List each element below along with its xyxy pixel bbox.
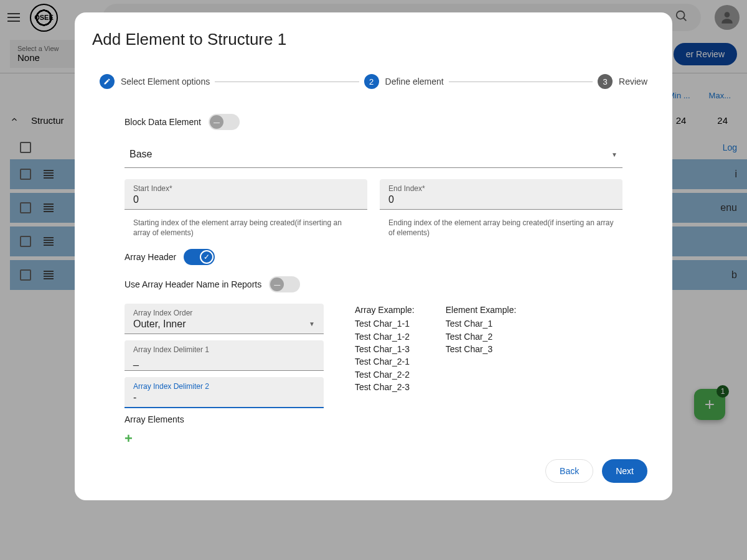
delimiter-1-label: Array Index Delimiter 1	[133, 345, 315, 354]
array-elements-label: Array Elements	[125, 414, 324, 424]
array-header-toggle[interactable]	[184, 249, 215, 265]
array-example-header: Array Example:	[355, 304, 415, 316]
step-2-label: Define element	[385, 77, 444, 86]
end-index-hint: Ending index of the element array being …	[380, 218, 622, 238]
array-index-order-label: Array Index Order	[133, 309, 315, 317]
step-2-icon: 2	[364, 74, 379, 89]
array-example-item: Test Char_1-3	[355, 343, 415, 355]
chevron-down-icon: ▼	[611, 151, 618, 158]
array-example-item: Test Char_1-1	[355, 317, 415, 330]
modal-title: Add Element to Structure 1	[75, 30, 672, 62]
delimiter-2-label: Array Index Delimiter 2	[133, 382, 315, 391]
array-example-col: Array Example: Test Char_1-1 Test Char_1…	[355, 304, 415, 447]
delimiter-2-field[interactable]: Array Index Delimiter 2 -	[125, 377, 324, 408]
end-index-field[interactable]: End Index* 0	[380, 179, 622, 210]
start-index-hint: Starting index of the element array bein…	[125, 218, 367, 238]
element-example-item: Test Char_3	[446, 343, 517, 355]
block-data-row: Block Data Element	[125, 114, 622, 130]
step-line	[215, 82, 359, 82]
step-line	[449, 82, 593, 82]
end-index-label: End Index*	[388, 184, 614, 193]
base-select[interactable]: Base ▼	[125, 141, 622, 168]
step-3-label: Review	[619, 77, 647, 86]
step-2: 2 Define element	[364, 74, 444, 89]
add-element-modal: Add Element to Structure 1 Select Elemen…	[75, 12, 672, 500]
array-example-item: Test Char_2-2	[355, 368, 415, 381]
array-header-row: Array Header	[125, 249, 622, 265]
end-index-value: 0	[388, 194, 614, 205]
use-array-header-row: Use Array Header Name in Reports	[125, 276, 622, 292]
back-button[interactable]: Back	[545, 459, 593, 483]
start-index-label: Start Index*	[133, 184, 359, 193]
element-example-col: Element Example: Test Char_1 Test Char_2…	[446, 304, 517, 447]
array-example-item: Test Char_2-1	[355, 355, 415, 368]
array-header-label: Array Header	[125, 252, 176, 262]
stepper: Select Element options 2 Define element …	[75, 62, 672, 101]
block-data-label: Block Data Element	[125, 117, 201, 127]
base-select-value: Base	[129, 149, 611, 160]
block-data-toggle[interactable]	[209, 114, 240, 130]
add-array-element-button[interactable]: +	[125, 431, 324, 447]
array-example-item: Test Char_2-3	[355, 381, 415, 393]
array-index-order-value: Outer, Inner	[133, 319, 309, 330]
modal-overlay: Add Element to Structure 1 Select Elemen…	[0, 0, 747, 560]
step-1: Select Element options	[100, 74, 210, 89]
use-array-header-label: Use Array Header Name in Reports	[125, 279, 261, 289]
start-index-field[interactable]: Start Index* 0	[125, 179, 367, 210]
step-3-icon: 3	[598, 74, 613, 89]
step-1-label: Select Element options	[121, 77, 210, 86]
delimiter-2-value: -	[133, 392, 315, 403]
array-index-order-select[interactable]: Array Index Order Outer, Inner ▼	[125, 304, 324, 334]
start-index-value: 0	[133, 194, 359, 205]
delimiter-1-field[interactable]: Array Index Delimiter 1 _	[125, 340, 324, 371]
use-array-header-toggle[interactable]	[269, 276, 300, 292]
array-example-item: Test Char_1-2	[355, 330, 415, 343]
chevron-down-icon: ▼	[309, 320, 315, 327]
modal-footer: Back Next	[75, 447, 672, 483]
pencil-icon	[100, 74, 115, 89]
delimiter-1-value: _	[133, 355, 315, 366]
element-example-item: Test Char_2	[446, 330, 517, 343]
element-example-header: Element Example:	[446, 304, 517, 316]
element-example-item: Test Char_1	[446, 317, 517, 330]
modal-body: Block Data Element Base ▼ Start Index* 0…	[75, 101, 672, 447]
next-button[interactable]: Next	[602, 459, 647, 483]
step-3: 3 Review	[598, 74, 647, 89]
